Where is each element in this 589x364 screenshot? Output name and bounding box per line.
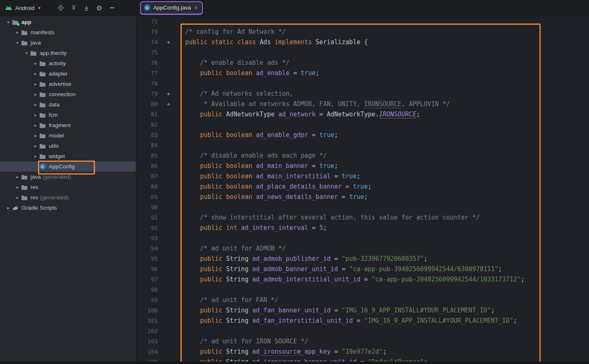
code-line[interactable]: 91 /* show interstitial after several ac… [136, 212, 589, 222]
chevron-right-icon[interactable]: ▸ [14, 185, 21, 189]
code-line[interactable]: 101 public String ad_fan_interstitial_un… [136, 315, 589, 326]
tab-appconfig-java[interactable]: C AppConfig.java × [140, 1, 203, 15]
code-text: /* ad unit for IRON SOURCE */ [185, 338, 308, 345]
tree-item-model[interactable]: ▸model [0, 130, 136, 141]
tree-item-gradle-scripts[interactable]: ▸Gradle Scripts [0, 203, 136, 213]
chevron-right-icon[interactable]: ▸ [32, 92, 39, 97]
chevron-down-icon[interactable]: ▾ [23, 51, 30, 55]
code-line[interactable]: 98 [136, 284, 589, 295]
project-view-selector[interactable]: Android ▾ [5, 4, 40, 12]
chevron-right-icon[interactable]: ▸ [32, 82, 39, 86]
code-text: public boolean ad_main_banner = true; [185, 162, 338, 170]
code-line[interactable]: 104 public String ad_ironsource_app_key … [136, 346, 589, 357]
code-text: /* ad unit for FAN */ [185, 296, 278, 304]
chevron-right-icon[interactable]: ▸ [32, 113, 39, 117]
code-line[interactable]: 74◆public static class Ads implements Se… [136, 37, 589, 47]
tree-item-app-thecity[interactable]: ▾app.thecity [0, 48, 136, 58]
code-line[interactable]: 85 /* disable enable ads each page */ [136, 150, 589, 161]
tree-item-adapter[interactable]: ▸adapter [0, 69, 136, 79]
android-logo-icon [5, 4, 12, 12]
tree-item-res[interactable]: ▸res [0, 182, 136, 192]
code-line[interactable]: 76 /* enable disable ads */ [136, 57, 589, 68]
code-line[interactable]: 84 [136, 140, 589, 150]
tree-item-java[interactable]: ▸java (generated) [0, 172, 136, 182]
line-number: 81 [142, 111, 158, 118]
tree-item-fragment[interactable]: ▸fragment [0, 120, 136, 130]
chevron-right-icon[interactable]: ▸ [32, 102, 39, 107]
expand-all-icon[interactable] [70, 4, 77, 12]
code-line[interactable]: 73/* config for Ad Network */ [136, 26, 589, 37]
gutter-marker-icon: ◆ [158, 102, 179, 106]
code-line[interactable]: 80◆ * Available ad networks ADMOB, FAN, … [136, 99, 589, 109]
chevron-down-icon[interactable]: ▾ [5, 20, 12, 24]
code-text: public boolean ad_main_interstitial = tr… [185, 173, 360, 180]
code-text: public boolean ad_news_details_banner = … [185, 193, 368, 201]
tree-item-app[interactable]: ▾app [0, 17, 136, 27]
code-text: /* ad unit for ADMOB */ [185, 245, 286, 252]
chevron-right-icon[interactable]: ▸ [32, 61, 39, 66]
code-line[interactable]: 77 public boolean ad_enable = true; [136, 68, 589, 78]
gradle-icon [12, 205, 19, 211]
chevron-down-icon[interactable]: ▾ [14, 40, 21, 45]
tree-item-utils[interactable]: ▸utils [0, 141, 136, 151]
tree-item-appconfig[interactable]: CAppConfig [0, 161, 136, 172]
code-line[interactable]: 78 [136, 78, 589, 88]
class-icon: C [39, 163, 46, 170]
line-number: 99 [142, 297, 158, 303]
hide-panel-icon[interactable] [108, 4, 116, 12]
tree-item-activity[interactable]: ▸activity [0, 58, 136, 69]
chevron-right-icon[interactable]: ▸ [32, 144, 39, 148]
tree-item-java[interactable]: ▾java [0, 38, 136, 48]
code-line[interactable]: 102 [136, 326, 589, 336]
code-line[interactable]: 79◆ /* Ad networks selection, [136, 88, 589, 99]
code-line[interactable]: 94 /* ad unit for ADMOB */ [136, 243, 589, 253]
select-opened-file-icon[interactable] [57, 4, 64, 12]
line-number: 89 [142, 194, 158, 200]
code-line[interactable]: 86 public boolean ad_main_banner = true; [136, 161, 589, 171]
tree-item-manifests[interactable]: ▸manifests [0, 27, 136, 38]
code-line[interactable]: 100 public String ad_fan_banner_unit_id … [136, 305, 589, 315]
code-line[interactable]: 97 public String ad_admob_interstitial_u… [136, 274, 589, 284]
code-line[interactable]: 82 [136, 119, 589, 130]
chevron-right-icon[interactable]: ▸ [14, 195, 21, 200]
tree-item-res[interactable]: ▸res (generated) [0, 192, 136, 203]
code-line[interactable]: 96 public String ad_admob_banner_unit_id… [136, 264, 589, 274]
code-line[interactable]: 92 public int ad_inters_interval = 5; [136, 222, 589, 233]
code-line[interactable]: 83 public boolean ad_enable_gdpr = true; [136, 130, 589, 140]
code-line[interactable]: 99 /* ad unit for FAN */ [136, 295, 589, 305]
chevron-right-icon[interactable]: ▸ [5, 206, 12, 210]
code-line[interactable]: 87 public boolean ad_main_interstitial =… [136, 171, 589, 181]
chevron-right-icon[interactable]: ▸ [14, 30, 21, 35]
close-icon[interactable]: × [194, 5, 198, 11]
code-text: public String ad_admob_publisher_id = "p… [185, 255, 428, 262]
chevron-right-icon[interactable]: ▸ [32, 133, 39, 138]
chevron-right-icon[interactable]: ▸ [32, 71, 39, 76]
code-line[interactable]: 103 /* ad unit for IRON SOURCE */ [136, 336, 589, 346]
collapse-all-icon[interactable] [83, 4, 90, 12]
line-number: 100 [142, 307, 158, 314]
line-number: 94 [142, 245, 158, 252]
line-number: 86 [142, 163, 158, 169]
folder-icon [21, 184, 28, 190]
folder-icon [30, 50, 37, 56]
code-line[interactable]: 89 public boolean ad_news_details_banner… [136, 191, 589, 202]
tree-item-advertise[interactable]: ▸advertise [0, 79, 136, 89]
code-line[interactable]: 88 public boolean ad_place_details_banne… [136, 181, 589, 191]
code-line[interactable]: 75 [136, 47, 589, 57]
chevron-right-icon[interactable]: ▸ [32, 123, 39, 128]
code-line[interactable]: 81 public AdNetworkType ad_network = AdN… [136, 109, 589, 119]
line-number: 96 [142, 266, 158, 272]
code-line[interactable]: 72 [136, 16, 589, 26]
tree-item-data[interactable]: ▸data [0, 99, 136, 110]
code-line[interactable]: 95 public String ad_admob_publisher_id =… [136, 253, 589, 264]
chevron-right-icon[interactable]: ▸ [14, 175, 21, 179]
code-line[interactable]: 90 [136, 202, 589, 212]
code-line[interactable]: 93 [136, 233, 589, 243]
editor[interactable]: 7273/* config for Ad Network */74◆public… [136, 16, 589, 364]
chevron-right-icon[interactable]: ▸ [32, 154, 39, 158]
settings-icon[interactable] [95, 4, 103, 12]
tree-item-label: fragment [49, 122, 71, 128]
tree-item-connection[interactable]: ▸connection [0, 89, 136, 99]
tree-item-fcm[interactable]: ▸fcm [0, 110, 136, 120]
tree-item-widget[interactable]: ▸widget [0, 151, 136, 161]
